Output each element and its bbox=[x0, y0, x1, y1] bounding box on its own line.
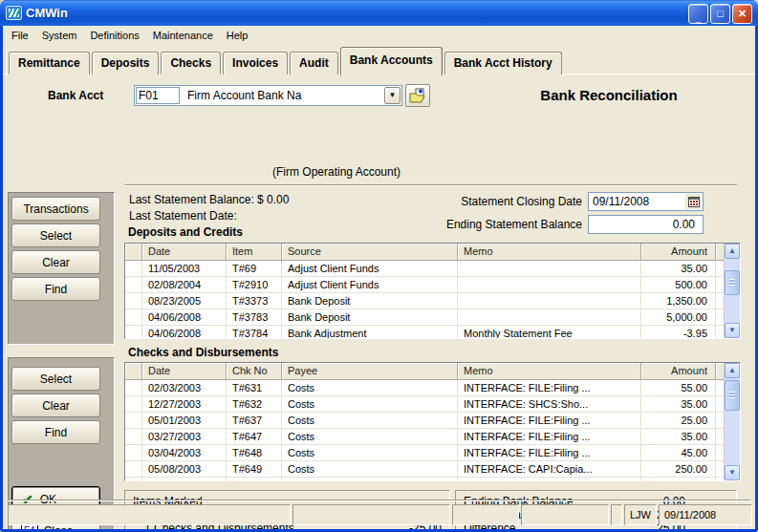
status-separator bbox=[8, 500, 750, 501]
deposits-table: Date Item Source Memo Amount 11/05/2003 … bbox=[124, 243, 741, 339]
check-row[interactable]: 03/27/2003 T#647 Costs INTERFACE: FILE:F… bbox=[125, 429, 724, 445]
deposit-row[interactable]: 04/06/2008 T#3783 Bank Deposit 5,000.00 bbox=[125, 309, 724, 326]
tab[interactable]: Deposits bbox=[92, 52, 160, 74]
checks-scrollbar[interactable]: ▲ ▼ bbox=[724, 363, 740, 480]
page-title: Bank Reconciliation bbox=[481, 87, 737, 103]
scroll-down-icon[interactable]: ▼ bbox=[725, 323, 740, 338]
select-deposits-button[interactable]: Select bbox=[11, 223, 100, 247]
scroll-thumb[interactable] bbox=[725, 380, 740, 411]
memo-column-header[interactable]: Memo bbox=[458, 363, 641, 380]
combo-dropdown-arrow-icon[interactable]: ▼ bbox=[384, 87, 401, 104]
scroll-down-icon[interactable]: ▼ bbox=[725, 465, 740, 480]
cell-date: 03/27/2003 bbox=[142, 429, 227, 445]
tab[interactable]: Bank Acct History bbox=[444, 52, 562, 74]
tab[interactable]: Bank Accounts bbox=[340, 47, 443, 75]
cell-marker bbox=[125, 261, 142, 277]
last-statement-balance: Last Statement Balance: $ 0.00 bbox=[129, 193, 289, 206]
status-panel-3 bbox=[452, 504, 519, 525]
cell-chkno: T#647 bbox=[227, 429, 282, 445]
amount-column-header[interactable]: Amount bbox=[641, 363, 716, 380]
status-bar: LJW 09/11/2008 bbox=[3, 504, 755, 525]
menu-item[interactable]: Maintenance bbox=[146, 27, 220, 44]
cell-date: 05/08/2003 bbox=[142, 461, 227, 478]
filler-column-header bbox=[716, 363, 724, 380]
payee-column-header[interactable]: Payee bbox=[282, 363, 458, 380]
title-bar[interactable]: CMWin _ □ ✕ bbox=[0, 0, 758, 26]
calendar-icon[interactable] bbox=[685, 194, 702, 209]
check-row[interactable]: 02/03/2003 T#631 Costs INTERFACE: FILE:F… bbox=[125, 380, 724, 396]
tab[interactable]: Invoices bbox=[223, 52, 288, 74]
deposit-row[interactable]: 02/08/2004 T#2910 Adjust Client Funds 50… bbox=[125, 277, 724, 293]
cell-amount: 35.00 bbox=[641, 429, 716, 445]
marker-column-header[interactable] bbox=[125, 363, 142, 380]
cell-date bbox=[142, 478, 227, 480]
clear-deposits-button[interactable]: Clear bbox=[11, 250, 100, 274]
tab[interactable]: Checks bbox=[161, 52, 221, 74]
transactions-button[interactable]: Transactions bbox=[11, 197, 100, 221]
tab-strip: RemittanceDepositsChecksInvoicesAuditBan… bbox=[3, 45, 755, 74]
closing-date-label: Statement Closing Date bbox=[366, 195, 582, 208]
window-title: CMWin bbox=[26, 6, 68, 20]
deposit-row[interactable]: 08/23/2005 T#3373 Bank Deposit 1,350.00 bbox=[125, 293, 724, 309]
menu-item[interactable]: Definitions bbox=[83, 27, 145, 44]
cell-payee: Costs bbox=[282, 396, 458, 413]
cell-filler bbox=[716, 413, 724, 429]
tab[interactable]: Remittance bbox=[9, 52, 90, 74]
check-row[interactable]: 03/04/2003 T#648 Costs INTERFACE: FILE:F… bbox=[125, 445, 724, 461]
close-window-button[interactable]: ✕ bbox=[732, 4, 752, 24]
cell-marker bbox=[125, 326, 142, 338]
clear-checks-button[interactable]: Clear bbox=[11, 394, 100, 417]
scroll-thumb[interactable] bbox=[725, 270, 740, 295]
deposits-scrollbar[interactable]: ▲ ▼ bbox=[724, 244, 740, 338]
check-row[interactable] bbox=[125, 478, 724, 480]
date-column-header[interactable]: Date bbox=[142, 363, 227, 380]
cell-chkno: T#637 bbox=[227, 413, 282, 429]
closing-date-field[interactable]: 09/11/2008 bbox=[588, 192, 704, 211]
bank-acct-combobox[interactable]: F01 Firm Account Bank Na ▼ bbox=[134, 85, 402, 106]
date-column-header[interactable]: Date bbox=[142, 244, 227, 261]
status-panel-5 bbox=[611, 504, 622, 525]
cell-payee: Costs bbox=[282, 461, 458, 478]
maximize-button[interactable]: □ bbox=[710, 4, 730, 24]
cell-item: T#3373 bbox=[227, 293, 282, 309]
select-checks-button[interactable]: Select bbox=[11, 367, 100, 391]
ending-balance-value: 0.00 bbox=[673, 218, 695, 231]
deposits-header-row: Date Item Source Memo Amount bbox=[125, 244, 724, 261]
ending-balance-field[interactable]: 0.00 bbox=[588, 215, 704, 234]
cell-filler bbox=[716, 277, 724, 293]
memo-column-header[interactable]: Memo bbox=[458, 244, 641, 261]
scroll-up-icon[interactable]: ▲ bbox=[725, 244, 740, 259]
amount-column-header[interactable]: Amount bbox=[641, 244, 716, 261]
cell-source: Bank Deposit bbox=[282, 309, 458, 326]
cell-amount: 1,350.00 bbox=[641, 293, 716, 309]
cell-memo bbox=[458, 261, 641, 277]
status-date: 09/11/2008 bbox=[659, 504, 752, 525]
check-row[interactable]: 05/08/2003 T#649 Costs INTERFACE: CAPI:C… bbox=[125, 461, 724, 478]
cell-date: 11/05/2003 bbox=[142, 261, 227, 277]
find-deposits-button[interactable]: Find bbox=[11, 277, 100, 301]
item-column-header[interactable]: Item bbox=[227, 244, 282, 261]
marker-column-header[interactable] bbox=[125, 244, 142, 261]
cell-chkno bbox=[227, 478, 282, 480]
cell-source: Bank Adjustment bbox=[282, 326, 458, 338]
scroll-up-icon[interactable]: ▲ bbox=[725, 363, 740, 378]
cell-marker bbox=[125, 309, 142, 326]
deposit-row[interactable]: 04/06/2008 T#3784 Bank Adjustment Monthl… bbox=[125, 326, 724, 338]
deposit-row[interactable]: 11/05/2003 T#69 Adjust Client Funds 35.0… bbox=[125, 261, 724, 277]
menu-item[interactable]: Help bbox=[220, 27, 255, 44]
find-checks-button[interactable]: Find bbox=[11, 420, 100, 444]
cell-marker bbox=[125, 396, 142, 413]
open-account-button[interactable] bbox=[405, 84, 430, 107]
minimize-button[interactable]: _ bbox=[688, 4, 708, 24]
cell-payee: Costs bbox=[282, 445, 458, 461]
cell-payee: Costs bbox=[282, 413, 458, 429]
tab[interactable]: Audit bbox=[290, 52, 338, 74]
check-row[interactable]: 05/01/2003 T#637 Costs INTERFACE: FILE:F… bbox=[125, 413, 724, 429]
chkno-column-header[interactable]: Chk No bbox=[227, 363, 282, 380]
bank-acct-code-field[interactable]: F01 bbox=[136, 87, 180, 104]
check-row[interactable]: 12/27/2003 T#632 Costs INTERFACE: SHCS:S… bbox=[125, 396, 724, 413]
status-panel-2 bbox=[292, 504, 450, 525]
menu-item[interactable]: System bbox=[35, 27, 84, 44]
menu-item[interactable]: File bbox=[5, 27, 35, 44]
source-column-header[interactable]: Source bbox=[282, 244, 458, 261]
